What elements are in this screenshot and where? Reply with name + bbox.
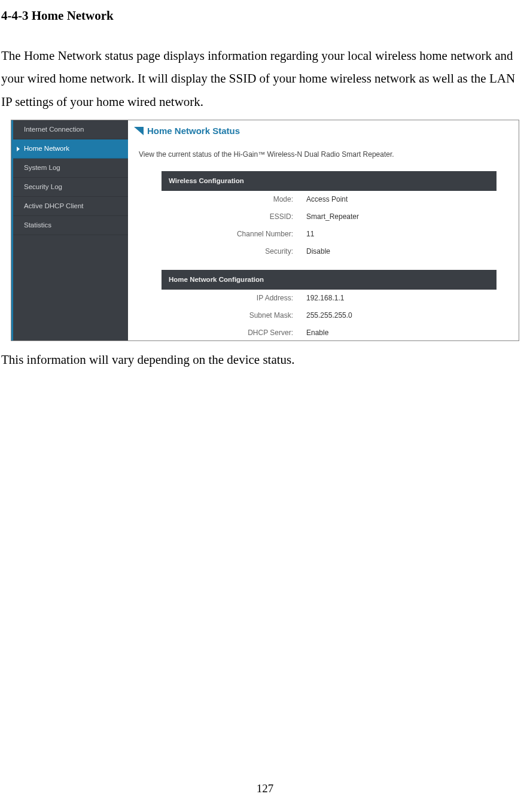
label-channel: Channel Number: [162, 226, 299, 243]
row-security: Security: Disable [162, 243, 497, 260]
page-title-row: Home Network Status [134, 124, 508, 138]
row-dhcp: DHCP Server: Enable [162, 324, 497, 341]
page-number: 127 [0, 780, 530, 798]
page-subtitle: View the current status of the Hi-Gain™ … [139, 149, 508, 160]
row-mode: Mode: Access Point [162, 191, 497, 208]
sidebar-item-system-log[interactable]: System Log [13, 159, 128, 178]
wireless-config-header: Wireless Configuration [162, 171, 497, 190]
sidebar-nav: Internet Connection Home Network System … [11, 120, 128, 340]
page-title: Home Network Status [147, 124, 240, 138]
svg-marker-0 [134, 127, 144, 135]
sidebar-item-label: System Log [24, 162, 60, 173]
page-arrow-icon [134, 127, 144, 135]
row-channel: Channel Number: 11 [162, 226, 497, 243]
value-mode: Access Point [299, 191, 497, 208]
sidebar-item-label: Security Log [24, 181, 62, 192]
label-mask: Subnet Mask: [162, 307, 299, 324]
sidebar-item-home-network[interactable]: Home Network [13, 139, 128, 159]
sidebar-item-label: Statistics [24, 220, 51, 230]
wireless-config-table: Mode: Access Point ESSID: Smart_Repeater… [162, 191, 497, 261]
router-admin-screenshot: Internet Connection Home Network System … [11, 120, 519, 341]
sidebar-item-internet-connection[interactable]: Internet Connection [13, 120, 128, 139]
row-ip: IP Address: 192.168.1.1 [162, 290, 497, 307]
value-dhcp: Enable [299, 324, 497, 341]
home-network-config-panel: Home Network Configuration IP Address: 1… [162, 270, 497, 341]
section-heading: 4-4-3 Home Network [1, 6, 530, 26]
row-mask: Subnet Mask: 255.255.255.0 [162, 307, 497, 324]
sidebar-item-active-dhcp-client[interactable]: Active DHCP Client [13, 197, 128, 216]
value-channel: 11 [299, 226, 497, 243]
intro-paragraph: The Home Network status page displays in… [1, 44, 529, 114]
label-ip: IP Address: [162, 290, 299, 307]
label-essid: ESSID: [162, 208, 299, 226]
main-content: Home Network Status View the current sta… [128, 120, 519, 340]
label-dhcp: DHCP Server: [162, 324, 299, 341]
label-security: Security: [162, 243, 299, 260]
sidebar-item-security-log[interactable]: Security Log [13, 178, 128, 197]
value-security: Disable [299, 243, 497, 260]
label-mode: Mode: [162, 191, 299, 208]
home-network-config-header: Home Network Configuration [162, 270, 497, 289]
outro-paragraph: This information will vary depending on … [1, 348, 529, 372]
sidebar-item-label: Internet Connection [24, 124, 84, 135]
home-network-config-table: IP Address: 192.168.1.1 Subnet Mask: 255… [162, 290, 497, 341]
sidebar-item-statistics[interactable]: Statistics [13, 216, 128, 235]
wireless-config-panel: Wireless Configuration Mode: Access Poin… [162, 171, 497, 260]
value-mask: 255.255.255.0 [299, 307, 497, 324]
sidebar-item-label: Active DHCP Client [24, 200, 84, 211]
sidebar-item-label: Home Network [24, 143, 69, 154]
value-ip: 192.168.1.1 [299, 290, 497, 307]
row-essid: ESSID: Smart_Repeater [162, 208, 497, 226]
value-essid: Smart_Repeater [299, 208, 497, 226]
